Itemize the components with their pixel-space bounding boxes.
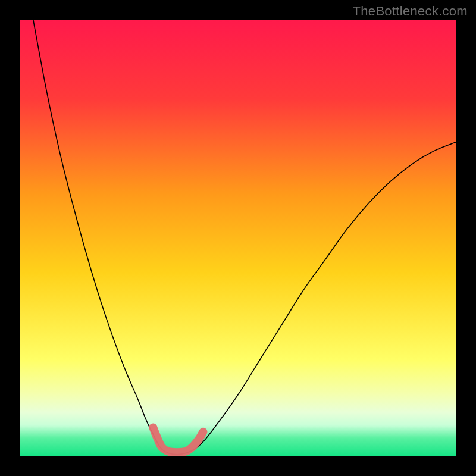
chart-frame: TheBottleneck.com [0, 0, 476, 476]
svg-rect-0 [20, 20, 456, 456]
chart-svg [20, 20, 456, 456]
watermark-text: TheBottleneck.com [353, 4, 468, 19]
chart-plot [20, 20, 456, 456]
